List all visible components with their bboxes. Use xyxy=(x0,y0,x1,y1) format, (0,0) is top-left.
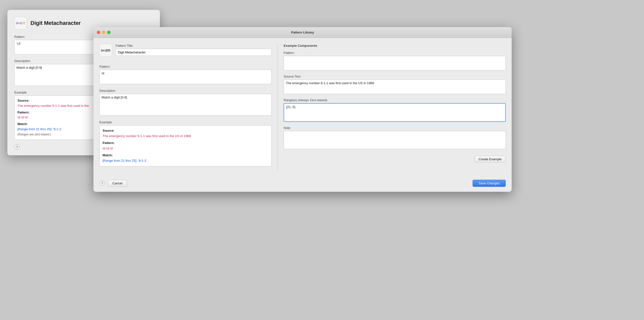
pl-right-ranges-label: Range(s) (Always Zero-based) xyxy=(284,98,506,102)
pl-body: [a-z]{3} Pattern Title Pattern Descripti… xyxy=(94,38,512,176)
minimize-button[interactable] xyxy=(102,31,105,34)
pl-titlebar-text: Pattern Library xyxy=(291,31,314,34)
pl-example-match-label: Match: xyxy=(102,153,113,157)
bg-example-pattern-label: Pattern: xyxy=(18,111,30,114)
pl-right-ranges-section: Range(s) (Always Zero-based) xyxy=(284,98,506,123)
pl-example-box: Source: The emergency number 9-1-1 was f… xyxy=(100,125,272,166)
pl-description-section: Description xyxy=(100,89,272,116)
pl-fields: Pattern Title xyxy=(116,44,272,60)
pl-right-source-label: Source Text xyxy=(284,75,506,78)
pl-footer: ? Cancel Save Changes xyxy=(94,176,512,192)
bg-example-source-label: Source: xyxy=(18,99,29,102)
pl-pattern-input[interactable] xyxy=(100,70,272,84)
pl-example-source-text: The emergency number 9-1-1 was first use… xyxy=(102,134,191,138)
pl-example-label: Example xyxy=(100,120,272,124)
pl-example-source-row: Source: The emergency number 9-1-1 was f… xyxy=(102,128,268,139)
bg-example-source-text: The emergency number 9-1-1 was first use… xyxy=(18,104,89,108)
save-changes-button[interactable]: Save Changes xyxy=(472,180,506,187)
pl-left-panel: [a-z]{3} Pattern Title Pattern Descripti… xyxy=(100,44,272,170)
pl-titlebar: Pattern Library xyxy=(94,27,512,38)
pl-example-match-row: Match: [Range from 21 thru 25]: '9-1-1' xyxy=(102,153,268,163)
pl-description-label: Description xyxy=(100,89,272,93)
pl-pattern-section: Pattern xyxy=(100,65,272,85)
bg-window-title: Digit Metacharacter xyxy=(30,20,81,26)
pl-pattern-label: Pattern xyxy=(100,65,272,69)
pattern-library-window: Pattern Library [a-z]{3} Pattern Title P… xyxy=(94,27,512,192)
pl-icon-title-row: [a-z]{3} Pattern Title xyxy=(100,44,272,60)
traffic-lights xyxy=(97,31,110,34)
pl-right-source-section: Source Text xyxy=(284,75,506,95)
pl-app-icon: [a-z]{3} xyxy=(100,44,112,57)
pl-right-source-input[interactable] xyxy=(284,80,506,94)
pl-footer-left: ? Cancel xyxy=(100,180,127,187)
bg-example-match-label: Match: xyxy=(18,122,28,126)
pl-right-pattern-input[interactable] xyxy=(284,56,506,70)
pl-description-input[interactable] xyxy=(100,94,272,116)
pl-example-match-text: [Range from 21 thru 25]: '9-1-1' xyxy=(102,159,147,162)
pl-right-pattern-section: Pattern xyxy=(284,51,506,71)
bg-example-pattern-text: \d-\d-\d xyxy=(18,115,28,119)
pl-title-section: Pattern Title xyxy=(116,44,272,56)
pl-help-button[interactable]: ? xyxy=(100,180,105,186)
app-icon: [a-z]{3} xyxy=(14,17,27,30)
pl-right-ranges-input[interactable] xyxy=(284,103,506,122)
maximize-button[interactable] xyxy=(107,31,110,34)
pl-pattern-title-label: Pattern Title xyxy=(116,44,272,48)
pl-right-note-section: Note xyxy=(284,126,506,150)
pl-example-pattern-label: Pattern: xyxy=(102,141,115,145)
pl-example-pattern-row: Pattern: \d-\d-\d xyxy=(102,140,268,151)
pl-right-note-label: Note xyxy=(284,126,506,130)
pl-example-pattern-text: \d-\d-\d xyxy=(102,146,113,150)
pl-pattern-title-input[interactable] xyxy=(116,49,272,56)
pl-cancel-button[interactable]: Cancel xyxy=(108,180,127,187)
pl-example-source-label: Source: xyxy=(102,129,114,132)
pl-right-section-title: Example Components xyxy=(284,44,506,48)
bg-help-button[interactable]: ? xyxy=(14,144,20,150)
pl-right-panel: Example Components Pattern Source Text R… xyxy=(278,44,506,170)
pl-right-note-input[interactable] xyxy=(284,131,506,149)
bg-example-note: (Ranges are zero-based.) xyxy=(18,133,51,136)
create-example-button[interactable]: Create Example xyxy=(474,156,506,162)
pl-right-pattern-label: Pattern xyxy=(284,51,506,55)
pl-example-section: Example Source: The emergency number 9-1… xyxy=(100,120,272,166)
close-button[interactable] xyxy=(97,31,100,34)
bg-example-match-text: [Range from 21 thru 25]: '9-1-1' xyxy=(18,127,62,131)
